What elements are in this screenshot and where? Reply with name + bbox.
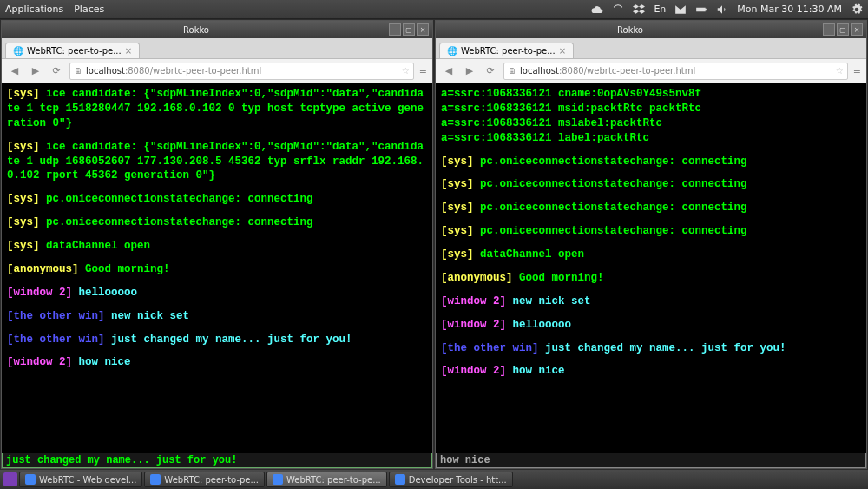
battery-icon <box>695 3 707 16</box>
close-button[interactable]: × <box>851 23 863 36</box>
forward-button[interactable]: ▶ <box>28 63 43 79</box>
log-line: [anonymous] Good morning! <box>441 271 861 286</box>
language-indicator[interactable]: En <box>654 3 666 15</box>
taskbar-item-label: WebRTC: peer-to-pe... <box>164 475 259 485</box>
left-urlbar: ◀ ▶ ⟳ 🗎 localhost:8080/webrtc-peer-to-pe… <box>2 59 432 83</box>
log-line: [window 2] how nice <box>7 355 427 370</box>
tab-close-icon[interactable]: × <box>125 46 132 56</box>
titlebar-app-name: Rokko <box>617 25 643 35</box>
log-line: [the other win] just changed my name... … <box>7 333 427 347</box>
right-browser-window: Rokko – ▢ × 🌐 WebRTC: peer-to-pe... × ◀ … <box>435 20 867 469</box>
clock: Mon Mar 30 11:30 AM <box>737 3 842 15</box>
log-line: [sys] pc.oniceconnectionstatechange: con… <box>7 192 427 207</box>
browser-tab[interactable]: 🌐 WebRTC: peer-to-pe... × <box>5 43 140 58</box>
cloud-icon <box>591 3 603 16</box>
reload-button[interactable]: ⟳ <box>49 63 64 79</box>
log-line: [sys] pc.oniceconnectionstatechange: con… <box>441 155 861 169</box>
dropbox-icon <box>633 3 645 16</box>
tab-close-icon[interactable]: × <box>559 46 566 56</box>
address-bar[interactable]: 🗎 localhost:8080/webrtc-peer-to-peer.htm… <box>503 63 848 80</box>
forward-button[interactable]: ▶ <box>462 63 477 79</box>
right-titlebar[interactable]: Rokko – ▢ × <box>436 21 866 38</box>
log-line: [sys] ice candidate: {"sdpMLineIndex":0,… <box>7 140 427 184</box>
log-line: [sys] dataChannel open <box>441 248 861 262</box>
taskbar-item[interactable]: Developer Tools - htt... <box>389 472 513 487</box>
right-tabstrip: 🌐 WebRTC: peer-to-pe... × <box>436 38 866 59</box>
page-icon: 🗎 <box>74 66 82 76</box>
log-line: [window 2] new nick set <box>441 294 861 309</box>
log-line: [sys] dataChannel open <box>7 239 427 254</box>
maximize-button[interactable]: ▢ <box>403 23 415 36</box>
right-chat-input[interactable]: how nice <box>436 453 866 468</box>
left-tabstrip: 🌐 WebRTC: peer-to-pe... × <box>2 38 432 59</box>
taskbar-item-label: WebRTC - Web devel... <box>39 475 136 485</box>
chrome-menu-icon[interactable]: ≡ <box>853 65 861 76</box>
tab-favicon: 🌐 <box>13 46 23 56</box>
url-port: :8080 <box>559 66 584 76</box>
maximize-button[interactable]: ▢ <box>837 23 849 36</box>
url-host: localhost <box>520 66 559 76</box>
left-browser-window: Rokko – ▢ × 🌐 WebRTC: peer-to-pe... × ◀ … <box>1 20 433 469</box>
tab-label: WebRTC: peer-to-pe... <box>27 46 122 56</box>
back-button[interactable]: ◀ <box>7 63 23 79</box>
log-line: [sys] pc.oniceconnectionstatechange: con… <box>441 177 861 192</box>
log-line: a=ssrc:1068336121 mslabel:packtRtc <box>441 116 861 131</box>
bookmark-star-icon[interactable]: ☆ <box>836 66 844 76</box>
reload-button[interactable]: ⟳ <box>483 63 498 79</box>
log-line: [window 2] how nice <box>441 364 861 379</box>
right-urlbar: ◀ ▶ ⟳ 🗎 localhost:8080/webrtc-peer-to-pe… <box>436 59 866 83</box>
back-button[interactable]: ◀ <box>441 63 457 79</box>
page-icon: 🗎 <box>508 66 516 76</box>
minimize-button[interactable]: – <box>823 23 835 36</box>
url-port: :8080 <box>125 66 150 76</box>
url-path: /webrtc-peer-to-peer.html <box>150 66 262 76</box>
close-button[interactable]: × <box>417 23 429 36</box>
log-line: [sys] pc.oniceconnectionstatechange: con… <box>441 201 861 215</box>
log-line: [window 2] hellooooo <box>441 318 861 333</box>
tab-label: WebRTC: peer-to-pe... <box>461 46 556 56</box>
os-top-bar: Applications Places En Mon Mar 30 11:30 … <box>0 0 868 19</box>
taskbar-item[interactable]: WebRTC: peer-to-pe... <box>144 472 265 487</box>
titlebar-app-name: Rokko <box>183 25 209 35</box>
os-taskbar: WebRTC - Web devel...WebRTC: peer-to-pe.… <box>0 470 868 489</box>
chrome-icon <box>395 474 405 485</box>
menu-applications[interactable]: Applications <box>5 3 63 15</box>
url-host: localhost <box>86 66 125 76</box>
workspace: Rokko – ▢ × 🌐 WebRTC: peer-to-pe... × ◀ … <box>0 19 868 470</box>
log-line: [window 2] hellooooo <box>7 286 427 301</box>
right-terminal-content: a=ssrc:1068336121 cname:0opAVs0Y49s5nv8f… <box>436 83 866 453</box>
taskbar-item-label: WebRTC: peer-to-pe... <box>286 475 381 485</box>
sync-icon <box>612 3 624 16</box>
chrome-icon <box>273 474 283 485</box>
mail-icon[interactable] <box>674 3 687 16</box>
log-line: [sys] ice candidate: {"sdpMLineIndex":0,… <box>7 87 427 131</box>
show-desktop-icon[interactable] <box>3 472 17 486</box>
tab-favicon: 🌐 <box>447 46 457 56</box>
left-terminal-content: [sys] ice candidate: {"sdpMLineIndex":0,… <box>2 83 432 453</box>
log-line: a=ssrc:1068336121 cname:0opAVs0Y49s5nv8f <box>441 87 861 102</box>
address-bar[interactable]: 🗎 localhost:8080/webrtc-peer-to-peer.htm… <box>69 63 414 80</box>
log-line: a=ssrc:1068336121 msid:packtRtc packtRtc <box>441 102 861 116</box>
chrome-icon <box>25 474 36 485</box>
taskbar-item-label: Developer Tools - htt... <box>409 475 507 485</box>
log-line: [sys] pc.oniceconnectionstatechange: con… <box>7 215 427 230</box>
log-line: [the other win] just changed my name... … <box>441 341 861 356</box>
taskbar-item[interactable]: WebRTC - Web devel... <box>19 472 142 487</box>
log-line: [sys] pc.oniceconnectionstatechange: con… <box>441 224 861 239</box>
menu-places[interactable]: Places <box>74 3 104 15</box>
chrome-icon <box>150 474 161 485</box>
settings-gear-icon[interactable] <box>851 3 863 16</box>
browser-tab[interactable]: 🌐 WebRTC: peer-to-pe... × <box>439 43 574 58</box>
log-line: [anonymous] Good morning! <box>7 262 427 277</box>
taskbar-item[interactable]: WebRTC: peer-to-pe... <box>266 472 387 487</box>
log-line: [the other win] new nick set <box>7 309 427 324</box>
chrome-menu-icon[interactable]: ≡ <box>419 65 427 76</box>
log-line: a=ssrc:1068336121 label:packtRtc <box>441 131 861 146</box>
volume-icon[interactable] <box>716 3 728 16</box>
bookmark-star-icon[interactable]: ☆ <box>402 66 410 76</box>
left-chat-input[interactable]: just changed my name... just for you! <box>2 453 432 468</box>
url-path: /webrtc-peer-to-peer.html <box>584 66 696 76</box>
left-titlebar[interactable]: Rokko – ▢ × <box>2 21 432 38</box>
minimize-button[interactable]: – <box>389 23 401 36</box>
